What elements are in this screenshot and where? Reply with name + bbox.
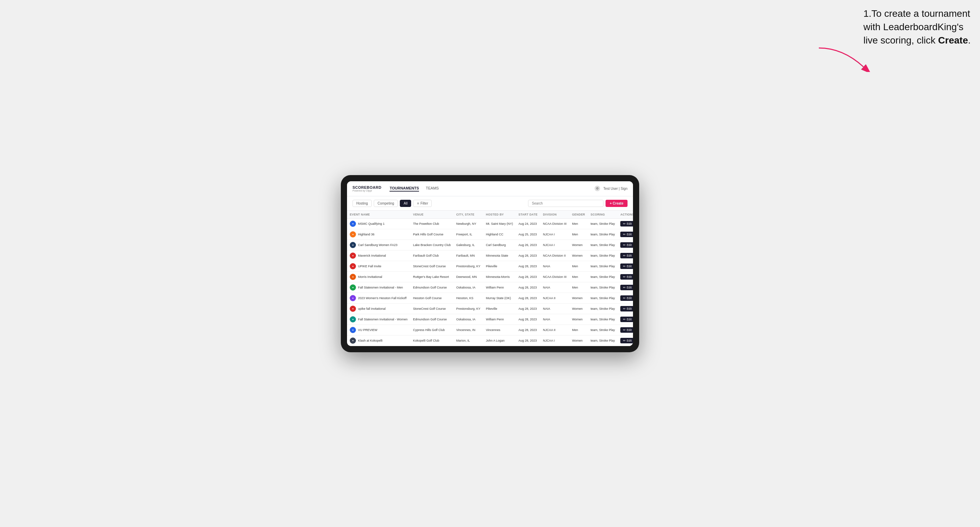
cell-division: NJCAA II [540,293,570,303]
col-venue: VENUE [410,211,453,219]
team-logo: ● [350,338,356,344]
cell-gender: Women [569,303,588,314]
edit-button[interactable]: ✏ Edit [620,338,633,343]
cell-gender: Men [569,261,588,271]
cell-event-name: ● Carl Sandburg Women FA23 [347,240,410,250]
all-filter-button[interactable]: All [400,200,411,207]
cell-actions: ✏ Edit [617,261,633,271]
col-start-date: START DATE [516,211,540,219]
edit-button[interactable]: ✏ Edit [620,285,633,290]
cell-start-date: Aug 28, 2023 [516,314,540,324]
cell-actions: ✏ Edit [617,314,633,324]
cell-event-name: ● Maverick Invitational [347,250,410,261]
team-logo: ● [350,327,356,333]
col-gender: GENDER [569,211,588,219]
edit-button[interactable]: ✏ Edit [620,264,633,269]
cell-start-date: Aug 26, 2023 [516,240,540,250]
cell-hosted-by: Murray State (OK) [483,293,516,303]
cell-start-date: Aug 25, 2023 [516,229,540,240]
cell-scoring: team, Stroke Play [588,229,617,240]
cell-city: Deerwood, MN [453,271,483,282]
tablet-screen: SCOREBOARD Powered by Clippr TOURNAMENTS… [347,181,633,346]
cell-scoring: team, Stroke Play [588,335,617,346]
cell-actions: ✏ Edit [617,335,633,346]
cell-event-name: ● Morris Invitational [347,271,410,282]
cell-hosted-by: Minnesota State [483,250,516,261]
competing-filter-button[interactable]: Competing [374,200,398,207]
hosting-filter-button[interactable]: Hosting [353,200,372,207]
cell-start-date: Aug 28, 2023 [516,335,540,346]
table-row: ● Klash at Kokopelli Kokopelli Golf Club… [347,335,633,346]
logo-area: SCOREBOARD Powered by Clippr [353,186,381,192]
edit-button[interactable]: ✏ Edit [620,242,633,248]
cell-start-date: Aug 28, 2023 [516,261,540,271]
cell-scoring: team, Stroke Play [588,324,617,335]
user-label: Test User | Sign [603,187,627,190]
cell-venue: StoneCrest Golf Course [410,261,453,271]
nav-right: ⚙ Test User | Sign [595,186,627,191]
cell-scoring: team, Stroke Play [588,303,617,314]
cell-scoring: team, Stroke Play [588,282,617,293]
tab-teams[interactable]: TEAMS [426,186,439,192]
cell-division: NJCAA I [540,240,570,250]
logo-sub: Powered by Clippr [353,189,381,192]
cell-division: NJCAA II [540,324,570,335]
cell-venue: Ruttger's Bay Lake Resort [410,271,453,282]
team-logo: ● [350,284,356,290]
edit-button[interactable]: ✏ Edit [620,232,633,237]
edit-button[interactable]: ✏ Edit [620,327,633,333]
tab-tournaments[interactable]: TOURNAMENTS [390,186,419,192]
cell-city: Freeport, IL [453,229,483,240]
table-row: ● Morris Invitational Ruttger's Bay Lake… [347,271,633,282]
cell-city: Faribault, MN [453,250,483,261]
cell-scoring: team, Stroke Play [588,218,617,229]
team-logo: ● [350,316,356,322]
arrow-icon [815,44,870,72]
cell-venue: Edmundson Golf Course [410,282,453,293]
cell-start-date: Aug 28, 2023 [516,282,540,293]
cell-actions: ✏ Edit [617,271,633,282]
cell-division: NCAA Division III [540,271,570,282]
cell-gender: Men [569,218,588,229]
create-button[interactable]: + Create [606,200,627,207]
search-input[interactable] [528,200,603,207]
cell-gender: Women [569,314,588,324]
cell-division: NAIA [540,314,570,324]
cell-actions: ✏ Edit [617,293,633,303]
edit-button[interactable]: ✏ Edit [620,295,633,301]
edit-button[interactable]: ✏ Edit [620,306,633,311]
cell-city: Oskaloosa, IA [453,282,483,293]
table-row: ● Highland 36 Park Hills Golf Course Fre… [347,229,633,240]
team-logo: ● [350,263,356,269]
edit-button[interactable]: ✏ Edit [620,274,633,279]
cell-venue: Kokopelli Golf Club [410,335,453,346]
table-row: ● upike fall invitational StoneCrest Gol… [347,303,633,314]
cell-scoring: team, Stroke Play [588,293,617,303]
cell-event-name: ● upike fall invitational [347,303,410,314]
table-row: ● MSMC Qualifying 1 The Powelton Club Ne… [347,218,633,229]
cell-scoring: team, Stroke Play [588,250,617,261]
cell-actions: ✏ Edit [617,229,633,240]
cell-hosted-by: John A Logan [483,335,516,346]
edit-button[interactable]: ✏ Edit [620,221,633,227]
gear-icon[interactable]: ⚙ [595,186,600,191]
team-logo: ● [350,242,356,248]
cell-venue: Cypress Hills Golf Club [410,324,453,335]
cell-gender: Women [569,240,588,250]
cell-event-name: ● MSMC Qualifying 1 [347,218,410,229]
edit-button[interactable]: ✏ Edit [620,253,633,258]
cell-scoring: team, Stroke Play [588,314,617,324]
cell-venue: StoneCrest Golf Course [410,303,453,314]
cell-event-name: ● UPIKE Fall Invite [347,261,410,271]
filter-button[interactable]: ≡ Filter [413,200,432,207]
cell-event-name: ● 2023 Women's Hesston Fall Kickoff [347,293,410,303]
cell-hosted-by: Minnesota-Morris [483,271,516,282]
cell-actions: ✏ Edit [617,240,633,250]
table-row: ● Carl Sandburg Women FA23 Lake Bracken … [347,240,633,250]
cell-venue: Edmundson Golf Course [410,314,453,324]
edit-button[interactable]: ✏ Edit [620,317,633,322]
team-logo: ● [350,231,356,238]
cell-gender: Women [569,335,588,346]
cell-event-name: ● Highland 36 [347,229,410,240]
team-logo: ● [350,274,356,280]
